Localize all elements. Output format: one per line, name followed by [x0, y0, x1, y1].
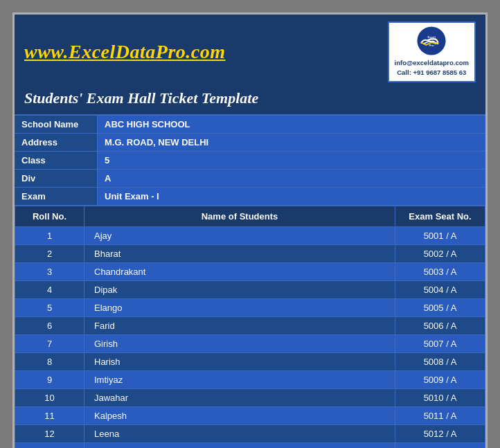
exam-seat: 5012 / A — [395, 424, 485, 442]
class-row: Class 5 — [15, 152, 485, 170]
exam-value: Unit Exam - I — [98, 188, 485, 205]
table-row: 8Harish5008 / A — [15, 352, 485, 370]
div-row: Div A — [15, 170, 485, 188]
roll-no: 11 — [15, 406, 84, 424]
roll-no: 12 — [15, 424, 84, 442]
student-name: Ajay — [84, 226, 395, 244]
col-roll-header: Roll No. — [15, 206, 84, 226]
roll-no: 2 — [15, 244, 84, 262]
student-name: Chandrakant — [84, 262, 395, 280]
table-row: 3Chandrakant5003 / A — [15, 262, 485, 280]
logo-contact: info@exceldatapro.com Call: +91 9687 858… — [395, 58, 469, 78]
roll-no: 9 — [15, 370, 84, 388]
student-name: Leena — [84, 424, 395, 442]
table-row: 9Imtiyaz5009 / A — [15, 370, 485, 388]
student-name: Maria — [84, 442, 395, 448]
div-value: A — [98, 170, 485, 187]
student-name: Girish — [84, 334, 395, 352]
svg-text:Data: Data — [429, 39, 436, 43]
roll-no: 3 — [15, 262, 84, 280]
col-name-header: Name of Students — [84, 206, 395, 226]
student-name: Dipak — [84, 280, 395, 298]
class-value: 5 — [98, 152, 485, 169]
roll-no: 1 — [15, 226, 84, 244]
table-row: 12Leena5012 / A — [15, 424, 485, 442]
student-name: Harish — [84, 352, 395, 370]
table-row: 6Farid5006 / A — [15, 316, 485, 334]
table-row: 11Kalpesh5011 / A — [15, 406, 485, 424]
exam-row: Exam Unit Exam - I — [15, 188, 485, 206]
table-row: 4Dipak5004 / A — [15, 280, 485, 298]
info-section: School Name ABC HIGH SCHOOL Address M.G.… — [15, 116, 485, 206]
student-name: Imtiyaz — [84, 370, 395, 388]
table-header-row: Roll No. Name of Students Exam Seat No. — [15, 206, 485, 226]
exam-seat: 5006 / A — [395, 316, 485, 334]
table-row: 13Maria5013 / A — [15, 442, 485, 448]
table-row: 7Girish5007 / A — [15, 334, 485, 352]
roll-no: 5 — [15, 298, 84, 316]
students-table: Roll No. Name of Students Exam Seat No. … — [15, 206, 485, 449]
exam-seat: 5013 / A — [395, 442, 485, 448]
page-title: Students' Exam Hall Ticket Template — [24, 89, 258, 107]
roll-no: 10 — [15, 388, 84, 406]
student-name: Kalpesh — [84, 406, 395, 424]
logo-box: Excel Data Pro info@exceldatapro.com Cal… — [388, 21, 476, 82]
address-label: Address — [15, 134, 98, 151]
exam-seat: 5003 / A — [395, 262, 485, 280]
table-row: 10Jawahar5010 / A — [15, 388, 485, 406]
exam-seat: 5010 / A — [395, 388, 485, 406]
svg-text:Excel: Excel — [428, 35, 436, 39]
roll-no: 4 — [15, 280, 84, 298]
table-row: 5Elango5005 / A — [15, 298, 485, 316]
school-label: School Name — [15, 116, 98, 133]
exam-seat: 5011 / A — [395, 406, 485, 424]
exam-seat: 5001 / A — [395, 226, 485, 244]
exam-seat: 5005 / A — [395, 298, 485, 316]
exam-seat: 5009 / A — [395, 370, 485, 388]
main-card: www.ExcelDataPro.com Excel Data Pro info… — [12, 12, 488, 448]
school-value: ABC HIGH SCHOOL — [98, 116, 485, 133]
table-row: 2Bharat5002 / A — [15, 244, 485, 262]
class-label: Class — [15, 152, 98, 169]
exam-label: Exam — [15, 188, 98, 205]
school-row: School Name ABC HIGH SCHOOL — [15, 116, 485, 134]
logo-icon: Excel Data Pro — [411, 26, 452, 56]
site-title: www.ExcelDataPro.com — [24, 41, 226, 63]
roll-no: 6 — [15, 316, 84, 334]
student-name: Bharat — [84, 244, 395, 262]
exam-seat: 5002 / A — [395, 244, 485, 262]
student-name: Jawahar — [84, 388, 395, 406]
col-seat-header: Exam Seat No. — [395, 206, 485, 226]
table-row: 1Ajay5001 / A — [15, 226, 485, 244]
address-value: M.G. ROAD, NEW DELHI — [98, 134, 485, 151]
div-label: Div — [15, 170, 98, 187]
subtitle-row: Students' Exam Hall Ticket Template — [15, 87, 485, 114]
exam-seat: 5008 / A — [395, 352, 485, 370]
exam-seat: 5007 / A — [395, 334, 485, 352]
header-section: www.ExcelDataPro.com Excel Data Pro info… — [15, 15, 485, 87]
svg-text:Pro: Pro — [429, 44, 435, 47]
roll-no: 8 — [15, 352, 84, 370]
student-name: Farid — [84, 316, 395, 334]
roll-no: 7 — [15, 334, 84, 352]
student-name: Elango — [84, 298, 395, 316]
roll-no: 13 — [15, 442, 84, 448]
address-row: Address M.G. ROAD, NEW DELHI — [15, 134, 485, 152]
exam-seat: 5004 / A — [395, 280, 485, 298]
